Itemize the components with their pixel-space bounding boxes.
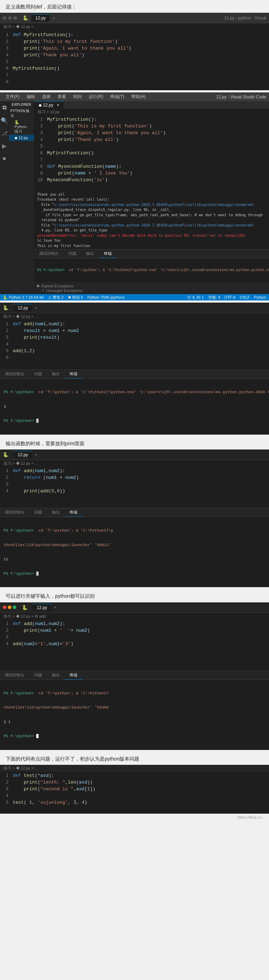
menu-edit[interactable]: 编辑 bbox=[24, 93, 38, 100]
menu-select[interactable]: 选择 bbox=[39, 93, 53, 100]
dots-5 bbox=[3, 606, 16, 609]
sidebar-search-icon[interactable]: 🔍 bbox=[0, 116, 8, 124]
tab-4[interactable]: 12.py bbox=[13, 451, 32, 458]
editor-icon-4: 🐍 bbox=[3, 452, 8, 457]
terminal-line: PS F:\python> █ bbox=[3, 571, 266, 577]
code-line: 1 Myfirstfunction(): bbox=[34, 117, 269, 124]
tab-5[interactable]: 12.py bbox=[33, 604, 51, 611]
explorer-header: EXPLORER bbox=[9, 101, 34, 108]
terminal-content-5: PS F:\python> cd 'f:\python'; & 'C:\Pyth… bbox=[0, 680, 269, 750]
menu-view[interactable]: 查看 bbox=[55, 93, 69, 100]
status-lang: Python bbox=[254, 295, 266, 299]
editor-block-1: 🐍 12.py × 12.py - python - Visual 练习 > ◆… bbox=[0, 13, 269, 90]
menu-help[interactable]: 帮助(H) bbox=[128, 93, 149, 100]
text-section-3: 可以进行关键字输入，python都可以识别 bbox=[0, 589, 269, 602]
code-area-1: 1 def Myfirstfunction(): 2 print('This i… bbox=[0, 30, 269, 90]
terminal-tabs-5: 调试控制台 问题 输出 终端 bbox=[0, 671, 269, 680]
terminal-tab-problem[interactable]: 问题 bbox=[63, 250, 81, 258]
code-line: 5 bbox=[34, 144, 269, 150]
breadcrumb-3: 练习 > ◆ 12.py > … bbox=[0, 313, 269, 320]
terminal-tab-output-3[interactable]: 输出 bbox=[47, 370, 65, 378]
status-encoding: UTF-8 bbox=[225, 295, 236, 299]
tab-1[interactable]: 12.py bbox=[31, 14, 50, 22]
sidebar-extensions-icon[interactable]: ■ bbox=[0, 154, 8, 163]
terminal-content-4: PS F:\python> cd 'f:\python'; & 'C:\Pyth… bbox=[0, 517, 269, 587]
status-line-col: 行 8, 列 1 bbox=[187, 295, 204, 300]
terminal-tab-output[interactable]: 输出 bbox=[81, 250, 99, 258]
code-line: 3 print('Again, I want to thank you all'… bbox=[0, 46, 269, 52]
exception-panel: ▶Raised Exceptions ✓Uncaught Exceptions bbox=[34, 282, 269, 294]
terminal-tab-debug-3[interactable]: 调试控制台 bbox=[0, 370, 29, 378]
terminal-tab-output-4[interactable]: 输出 bbox=[47, 508, 65, 517]
terminal-tab-problem-5[interactable]: 问题 bbox=[29, 671, 47, 679]
sidebar-git-icon[interactable]: ⎇ bbox=[0, 129, 8, 137]
tab-3[interactable]: 12.py bbox=[13, 304, 32, 312]
code-area-5: 1 def add(num1,num2): 2 print(num1 + ' '… bbox=[0, 620, 269, 649]
terminal-tab-problem-4[interactable]: 问题 bbox=[29, 508, 47, 517]
tabs-row-2: ◆ 12.py × bbox=[34, 101, 269, 109]
code-line: 4 bbox=[0, 342, 269, 348]
uncaught-exceptions[interactable]: ✓Uncaught Exceptions bbox=[37, 288, 269, 293]
terminal-tab-debug[interactable]: 调试控制台 bbox=[34, 250, 63, 258]
terminal-tab-terminal[interactable]: 终端 bbox=[99, 250, 117, 258]
code-line: 9 print(name + ' I love You') bbox=[34, 170, 269, 177]
terminal-tab-debug-5[interactable]: 调试控制台 bbox=[0, 671, 29, 679]
code-line: 7 bbox=[0, 73, 269, 79]
status-warnings: ⚠ 警告 2 bbox=[48, 295, 63, 300]
terminal-tab-output-5[interactable]: 输出 bbox=[47, 671, 65, 679]
terminal-line: thonFiles\lib\python\debugpy\launcher' '… bbox=[3, 542, 266, 548]
window-controls bbox=[3, 16, 17, 20]
editor-icon-3: 🐍 bbox=[3, 305, 8, 310]
terminal-line: 11 bbox=[3, 556, 266, 562]
status-spaces: 空格: 4 bbox=[208, 295, 220, 300]
editor-header-3: 🐍 12.py × bbox=[0, 302, 269, 313]
terminal-tab-terminal-5[interactable]: 终端 bbox=[65, 671, 82, 679]
terminal-panel-4: 调试控制台 问题 输出 终端 PS F:\python> cd 'f:\pyth… bbox=[0, 508, 269, 587]
python-section: PYTHON 练习 bbox=[9, 108, 34, 119]
close-icon-4[interactable]: × bbox=[35, 453, 37, 457]
breadcrumb-1: 练习 > ◆ 12.py > … bbox=[0, 23, 269, 30]
code-line: 6 Myfirstfunction() bbox=[0, 66, 269, 73]
sidebar-files-icon[interactable]: ⧉ bbox=[0, 103, 8, 112]
code-pane: 1 Myfirstfunction(): 2 print('This is my… bbox=[34, 115, 269, 185]
menu-run[interactable]: 运行(R) bbox=[86, 93, 106, 100]
code-line: 1 def add(num1,num2): bbox=[0, 621, 269, 628]
sidebar-debug-icon[interactable]: ▶ bbox=[0, 142, 8, 150]
explorer-12py[interactable]: ◆ 12.py bbox=[9, 135, 34, 141]
code-line: 5 bbox=[0, 59, 269, 66]
activity-bar: ⧉ 🔍 ⎇ ▶ ■ bbox=[0, 101, 9, 294]
tab-12py[interactable]: ◆ 12.py × bbox=[34, 101, 63, 109]
code-line: 1 def add(num1,num2): bbox=[0, 468, 269, 475]
code-line: 3 bbox=[0, 482, 269, 488]
explorer-panel: EXPLORER PYTHON 练习 🐍 Python 练习 ◆ 12.py bbox=[9, 101, 34, 294]
terminal-content-2: PS F:\python> cd 'f:\python'; & 'C:\Pyth… bbox=[34, 258, 269, 282]
editor-block-5: 🐍 12.py × 练习 > ◆ 12.py > ⚙ add 1 def add… bbox=[0, 602, 269, 750]
code-line: 8 def MysecondFunction(name): bbox=[34, 164, 269, 170]
status-process: Python 7596 (python) bbox=[87, 295, 124, 299]
terminal-tab-debug-4[interactable]: 调试控制台 bbox=[0, 508, 29, 517]
debug-output: Thank you all Traceback (most recent cal… bbox=[34, 185, 269, 249]
terminal-line: thonFiles\lib\python\debugpy\launcher' '… bbox=[3, 705, 266, 711]
intro-text-1: 定义函数用到def，后面记得接： bbox=[0, 0, 269, 13]
terminal-tab-terminal-4[interactable]: 终端 bbox=[65, 508, 82, 517]
terminal-tab-problem-3[interactable]: 问题 bbox=[29, 370, 47, 378]
python-label[interactable]: 🐍 Python 练习 bbox=[9, 119, 34, 135]
terminal-tab-terminal-3[interactable]: 终端 bbox=[65, 370, 82, 378]
menu-goto[interactable]: 转到 bbox=[70, 93, 84, 100]
raised-exceptions[interactable]: ▶Raised Exceptions bbox=[37, 283, 269, 288]
code-line: 4 print('Thank you all') bbox=[34, 137, 269, 144]
code-line: 3 print('Again, I want to thank you all'… bbox=[34, 130, 269, 137]
editor-header-4: 🐍 12.py × bbox=[0, 449, 269, 460]
terminal-tabs-4: 调试控制台 问题 输出 终端 bbox=[0, 508, 269, 517]
close-icon-5[interactable]: × bbox=[54, 605, 56, 609]
status-errors: ✖ 错误 0 bbox=[68, 295, 83, 300]
status-python-version: 🐍 Python 2.7.18 64-bit bbox=[3, 295, 44, 300]
terminal-line: PS F:\python> cd 'f:\python'; & 'C:\Pyth… bbox=[37, 267, 269, 273]
menu-file[interactable]: 文件(F) bbox=[3, 93, 22, 100]
close-icon-1[interactable]: × bbox=[53, 16, 55, 20]
menu-terminal[interactable]: 终端(T) bbox=[108, 93, 127, 100]
terminal-panel-5: 调试控制台 问题 输出 终端 PS F:\python> cd 'f:\pyth… bbox=[0, 671, 269, 750]
close-icon-3[interactable]: × bbox=[35, 306, 37, 310]
code-line: 2 print(num1 + ' '+ num2) bbox=[0, 628, 269, 635]
editor-block-6: 练习 > ◆ 12.py > … 1 def test(*asd): 2 pri… bbox=[0, 765, 269, 814]
